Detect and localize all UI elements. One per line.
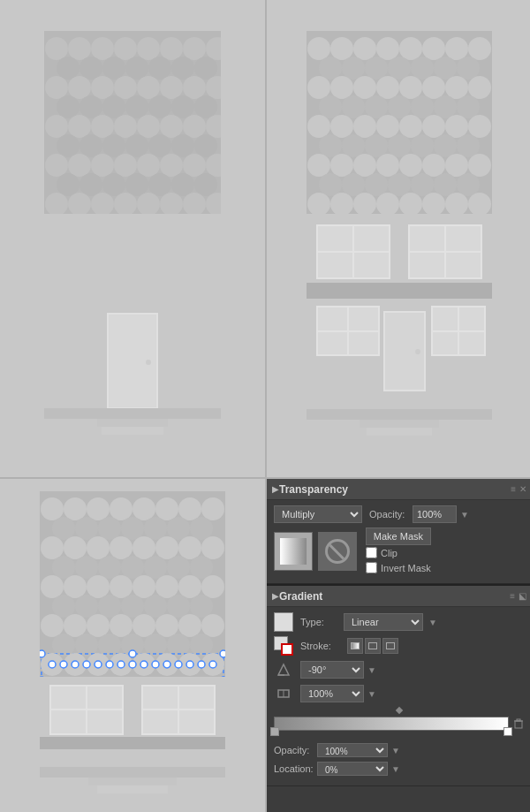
svg-point-143 (468, 193, 491, 216)
svg-point-30 (194, 95, 217, 118)
svg-point-171 (201, 497, 224, 520)
svg-point-90 (457, 57, 480, 80)
no-mask-thumbnail[interactable] (318, 532, 357, 571)
svg-point-18 (91, 76, 114, 99)
angle-triangle-icon (276, 663, 291, 677)
svg-point-59 (171, 173, 194, 196)
house-3-svg (40, 491, 225, 801)
no-icon-slash (327, 543, 347, 563)
svg-point-202 (52, 595, 75, 618)
svg-point-15 (194, 57, 217, 80)
svg-point-142 (445, 193, 468, 216)
gradient-location-row: Location: 0% ▼ (274, 762, 525, 776)
mask-checkboxes: Make Mask Clip Invert Mask (366, 527, 431, 575)
make-mask-button[interactable]: Make Mask (366, 527, 431, 545)
gradient-color-swatch[interactable] (274, 612, 293, 632)
svg-point-60 (194, 173, 217, 196)
svg-point-175 (121, 517, 144, 540)
svg-point-251 (198, 661, 205, 668)
svg-rect-266 (515, 721, 522, 728)
quadrant-3 (0, 479, 265, 812)
stroke-btn-2[interactable] (365, 638, 381, 654)
svg-point-186 (201, 536, 224, 559)
svg-point-24 (57, 95, 80, 118)
svg-point-218 (75, 634, 98, 656)
svg-point-239 (60, 661, 67, 668)
svg-point-84 (319, 57, 342, 80)
svg-point-28 (148, 95, 171, 118)
svg-point-241 (83, 661, 90, 668)
gradient-stop-right[interactable] (504, 727, 512, 736)
gradient-bar[interactable] (274, 717, 509, 731)
gradient-delete-btn[interactable] (512, 717, 525, 730)
panel-menu-icon[interactable]: ≡ (511, 484, 516, 494)
gradient-panel-titlebar: ▶ Gradient ≡ ⬕ (267, 586, 530, 607)
svg-rect-268 (517, 719, 520, 721)
mask-thumbnail[interactable] (274, 532, 313, 571)
svg-point-249 (175, 661, 182, 668)
svg-point-199 (155, 575, 178, 598)
gradient-stop-left[interactable] (270, 727, 279, 736)
svg-point-43 (148, 134, 171, 157)
svg-point-244 (117, 661, 125, 668)
stroke-btn-3[interactable] (382, 638, 398, 654)
svg-point-206 (144, 595, 167, 618)
svg-rect-151 (307, 283, 492, 299)
svg-rect-262 (88, 778, 177, 785)
house-1-svg (44, 31, 221, 464)
svg-point-247 (152, 661, 159, 668)
svg-rect-261 (40, 767, 225, 778)
house-2-svg (307, 31, 492, 464)
gradient-panel-menu-icon[interactable]: ≡ (510, 591, 515, 601)
svg-point-102 (388, 95, 411, 118)
gradient-location-select[interactable]: 0% (317, 762, 388, 776)
svg-point-108 (353, 115, 376, 138)
svg-point-62 (68, 193, 91, 216)
gradient-type-select[interactable]: Linear Radial (344, 613, 423, 631)
svg-point-129 (319, 173, 342, 196)
gradient-panel-expand-icon[interactable]: ⬕ (519, 591, 526, 601)
stroke-swatch[interactable] (274, 636, 293, 656)
clip-row: Clip (366, 547, 431, 558)
gradient-type-dropdown[interactable]: ▼ (428, 618, 437, 627)
svg-point-128 (468, 154, 491, 177)
svg-point-40 (80, 134, 102, 157)
angle-select[interactable]: -90° 0° 90° 180° (300, 661, 364, 679)
panel-close-icon[interactable]: ✕ (519, 484, 526, 494)
quadrant-1 (0, 0, 265, 477)
gradient-opacity-dropdown[interactable]: ▼ (391, 746, 400, 755)
svg-point-35 (137, 115, 160, 138)
svg-point-54 (57, 173, 80, 196)
svg-rect-160 (307, 409, 492, 420)
svg-point-64 (114, 193, 137, 216)
svg-point-176 (144, 517, 167, 540)
no-mask-icon (325, 539, 350, 564)
aspect-select[interactable]: 100% (300, 685, 364, 702)
svg-point-49 (114, 154, 137, 177)
svg-point-10 (80, 57, 102, 80)
clip-label: Clip (381, 548, 398, 558)
aspect-dropdown[interactable]: ▼ (367, 689, 376, 699)
invert-mask-checkbox[interactable] (366, 562, 377, 573)
gradient-location-dropdown[interactable]: ▼ (391, 764, 400, 774)
gradient-center-diamond (396, 707, 403, 714)
blend-mode-select[interactable]: Multiply (274, 505, 362, 523)
svg-point-39 (57, 134, 80, 157)
svg-point-2 (68, 37, 91, 60)
stroke-btn-1[interactable] (347, 638, 363, 654)
svg-point-86 (365, 57, 388, 80)
svg-point-111 (422, 115, 445, 138)
svg-point-193 (190, 556, 213, 579)
gradient-opacity-select[interactable]: 100% (317, 743, 388, 757)
angle-dropdown[interactable]: ▼ (367, 665, 376, 675)
clip-checkbox[interactable] (366, 547, 377, 558)
svg-point-92 (330, 76, 353, 99)
opacity-dropdown[interactable]: ▼ (460, 510, 469, 520)
svg-point-126 (422, 154, 445, 177)
svg-point-204 (98, 595, 121, 618)
opacity-input[interactable] (413, 505, 457, 523)
svg-point-22 (183, 76, 206, 99)
svg-point-181 (87, 536, 110, 559)
svg-point-238 (49, 661, 56, 668)
gradient-opacity-row: Opacity: 100% ▼ (274, 743, 525, 757)
